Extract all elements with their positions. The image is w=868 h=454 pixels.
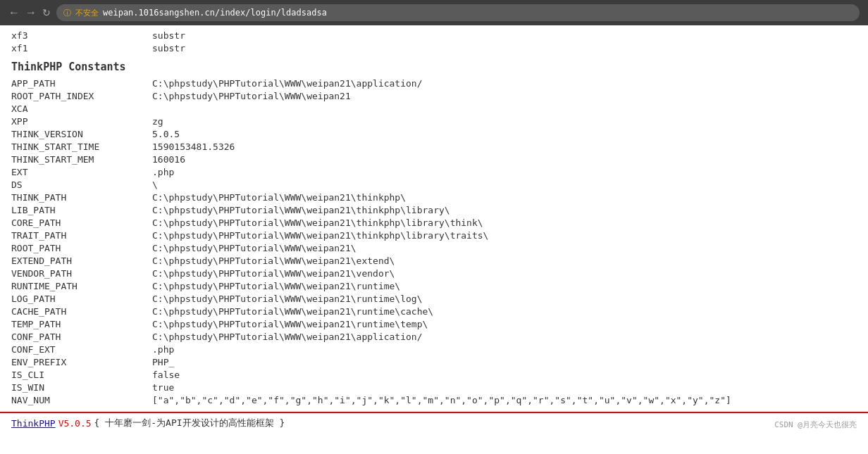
constant-row: THINK_START_TIME1590153481.5326 [11, 141, 857, 153]
constant-val: C:\phpstudy\PHPTutorial\WWW\weipan21\thi… [152, 204, 857, 217]
constants-table: APP_PATHC:\phpstudy\PHPTutorial\WWW\weip… [11, 77, 857, 407]
constant-key: CORE_PATH [11, 217, 152, 229]
constant-row: LOG_PATHC:\phpstudy\PHPTutorial\WWW\weip… [11, 293, 857, 305]
section-heading: ThinkPHP Constants [11, 61, 857, 73]
constant-row: IS_WINtrue [11, 382, 857, 394]
constant-row: EXT.php [11, 166, 857, 179]
constant-val: .php [152, 343, 857, 356]
constant-key: IS_WIN [11, 382, 152, 394]
constant-val: true [152, 382, 857, 394]
constant-val: C:\phpstudy\PHPTutorial\WWW\weipan21\thi… [152, 229, 857, 242]
reload-button[interactable]: ↻ [42, 7, 51, 18]
constant-val: C:\phpstudy\PHPTutorial\WWW\weipan21\app… [152, 77, 857, 90]
constant-val: 160016 [152, 153, 857, 166]
constant-row: CONF_PATHC:\phpstudy\PHPTutorial\WWW\wei… [11, 331, 857, 343]
constant-key: THINK_VERSION [11, 128, 152, 141]
constant-row: NAV_NUM["a","b","c","d","e","f","g","h",… [11, 394, 857, 407]
forward-button[interactable]: → [25, 7, 37, 18]
lock-icon: ⓘ [63, 8, 71, 18]
constant-row: VENDOR_PATHC:\phpstudy\PHPTutorial\WWW\w… [11, 267, 857, 280]
constant-row: ROOT_PATH_INDEXC:\phpstudy\PHPTutorial\W… [11, 90, 857, 103]
constant-row: THINK_START_MEM160016 [11, 153, 857, 166]
constant-val: C:\phpstudy\PHPTutorial\WWW\weipan21\run… [152, 305, 857, 318]
constant-row: ROOT_PATHC:\phpstudy\PHPTutorial\WWW\wei… [11, 242, 857, 255]
constant-row: THINK_VERSION5.0.5 [11, 128, 857, 141]
constant-val: 5.0.5 [152, 128, 857, 141]
constant-row: THINK_PATHC:\phpstudy\PHPTutorial\WWW\we… [11, 191, 857, 204]
footer-bar: ThinkPHP V5.0.5 { 十年磨一剑-为API开发设计的高性能框架 } [0, 412, 868, 433]
constant-val: C:\phpstudy\PHPTutorial\WWW\weipan21\ [152, 242, 857, 255]
constant-val: C:\phpstudy\PHPTutorial\WWW\weipan21\app… [152, 331, 857, 343]
constant-val: zg [152, 115, 857, 128]
constant-row: CONF_EXT.php [11, 343, 857, 356]
constant-row: ENV_PREFIXPHP_ [11, 356, 857, 369]
constant-key: CONF_EXT [11, 343, 152, 356]
row-key: xf1 [11, 42, 152, 55]
top-rows: xf3substrxf1substr [11, 25, 857, 55]
constant-key: EXT [11, 166, 152, 179]
constant-row: LIB_PATHC:\phpstudy\PHPTutorial\WWW\weip… [11, 204, 857, 217]
constant-key: XCA [11, 103, 152, 115]
row-key: xf3 [11, 30, 152, 42]
constant-row: CACHE_PATHC:\phpstudy\PHPTutorial\WWW\we… [11, 305, 857, 318]
constant-val: C:\phpstudy\PHPTutorial\WWW\weipan21 [152, 90, 857, 103]
url-text: weipan.1016sangshen.cn/index/login/ldads… [103, 8, 327, 18]
constant-row: EXTEND_PATHC:\phpstudy\PHPTutorial\WWW\w… [11, 255, 857, 267]
constant-val: C:\phpstudy\PHPTutorial\WWW\weipan21\run… [152, 280, 857, 293]
page-content: xf3substrxf1substr ThinkPHP Constants AP… [0, 25, 868, 433]
constant-key: DS [11, 179, 152, 191]
constant-val: C:\phpstudy\PHPTutorial\WWW\weipan21\thi… [152, 217, 857, 229]
constant-key: EXTEND_PATH [11, 255, 152, 267]
browser-chrome: ← → ↻ ⓘ 不安全 weipan.1016sangshen.cn/index… [0, 0, 868, 25]
constant-row: XCA [11, 103, 857, 115]
constant-row: CORE_PATHC:\phpstudy\PHPTutorial\WWW\wei… [11, 217, 857, 229]
constant-val: 1590153481.5326 [152, 141, 857, 153]
constant-val: PHP_ [152, 356, 857, 369]
constant-key: APP_PATH [11, 77, 152, 90]
top-row: xf3substr [11, 30, 857, 42]
back-button[interactable]: ← [8, 7, 20, 18]
constant-key: ROOT_PATH [11, 242, 152, 255]
constant-row: APP_PATHC:\phpstudy\PHPTutorial\WWW\weip… [11, 77, 857, 90]
constant-row: RUNTIME_PATHC:\phpstudy\PHPTutorial\WWW\… [11, 280, 857, 293]
constant-key: VENDOR_PATH [11, 267, 152, 280]
constant-row: TEMP_PATHC:\phpstudy\PHPTutorial\WWW\wei… [11, 318, 857, 331]
constant-val: C:\phpstudy\PHPTutorial\WWW\weipan21\ext… [152, 255, 857, 267]
constant-val: \ [152, 179, 857, 191]
constant-key: THINK_PATH [11, 191, 152, 204]
constant-row: DS\ [11, 179, 857, 191]
footer-slogan: { 十年磨一剑-为API开发设计的高性能框架 } [94, 417, 285, 429]
constant-key: NAV_NUM [11, 394, 152, 407]
top-row: xf1substr [11, 42, 857, 55]
constant-key: CONF_PATH [11, 331, 152, 343]
constant-key: THINK_START_MEM [11, 153, 152, 166]
constant-key: ROOT_PATH_INDEX [11, 90, 152, 103]
constant-key: TEMP_PATH [11, 318, 152, 331]
constant-row: TRAIT_PATHC:\phpstudy\PHPTutorial\WWW\we… [11, 229, 857, 242]
constant-val: C:\phpstudy\PHPTutorial\WWW\weipan21\thi… [152, 191, 857, 204]
constant-key: IS_CLI [11, 369, 152, 382]
constant-val: C:\phpstudy\PHPTutorial\WWW\weipan21\ven… [152, 267, 857, 280]
csdn-watermark: CSDN @月亮今天也很亮 [774, 420, 857, 430]
constant-val: .php [152, 166, 857, 179]
constant-val: ["a","b","c","d","e","f","g","h","i","j"… [152, 394, 857, 407]
version-label: V5.0.5 [58, 418, 92, 429]
insecure-label: 不安全 [75, 8, 99, 18]
constant-key: TRAIT_PATH [11, 229, 152, 242]
constant-key: LOG_PATH [11, 293, 152, 305]
thinkphp-link[interactable]: ThinkPHP [11, 418, 56, 429]
constant-key: RUNTIME_PATH [11, 280, 152, 293]
constant-key: ENV_PREFIX [11, 356, 152, 369]
row-val: substr [152, 42, 857, 55]
row-val: substr [152, 30, 857, 42]
constant-key: CACHE_PATH [11, 305, 152, 318]
constant-row: XPPzg [11, 115, 857, 128]
constant-row: IS_CLIfalse [11, 369, 857, 382]
constant-key: LIB_PATH [11, 204, 152, 217]
constant-val: C:\phpstudy\PHPTutorial\WWW\weipan21\run… [152, 293, 857, 305]
constant-key: THINK_START_TIME [11, 141, 152, 153]
constant-val: C:\phpstudy\PHPTutorial\WWW\weipan21\run… [152, 318, 857, 331]
constant-key: XPP [11, 115, 152, 128]
constant-val: false [152, 369, 857, 382]
address-bar[interactable]: ⓘ 不安全 weipan.1016sangshen.cn/index/login… [56, 4, 860, 21]
